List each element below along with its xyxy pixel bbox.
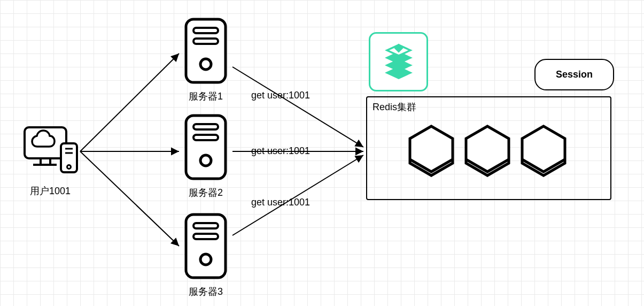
server-label-1: 服务器1	[184, 90, 227, 103]
svg-line-2	[80, 151, 179, 246]
svg-marker-27	[466, 126, 509, 175]
redis-nodes-icon	[367, 97, 610, 199]
redis-cluster-container: Redis集群	[366, 96, 611, 200]
session-box: Session	[534, 59, 614, 90]
user-label: 用户1001	[24, 185, 77, 197]
svg-line-5	[232, 155, 363, 235]
server-icon	[182, 16, 230, 86]
server-icon	[182, 112, 230, 182]
diagram-canvas: 用户1001 服务器1 服务器2 服务器3 get user:1001 get	[0, 0, 644, 306]
user-node	[21, 123, 80, 177]
svg-rect-10	[61, 143, 77, 172]
svg-marker-28	[522, 126, 565, 175]
server-icon	[182, 211, 230, 281]
server-node-3	[182, 211, 230, 281]
redis-logo-icon	[369, 32, 428, 91]
server-node-2	[182, 112, 230, 182]
edge-label-3: get user:1001	[251, 197, 310, 208]
server-node-1	[182, 16, 230, 86]
server-label-3: 服务器3	[184, 285, 227, 298]
svg-line-0	[80, 53, 179, 151]
edge-label-2: get user:1001	[251, 146, 310, 157]
session-label: Session	[556, 69, 593, 80]
svg-marker-26	[410, 126, 453, 175]
edge-label-1: get user:1001	[251, 90, 310, 101]
svg-line-3	[232, 67, 363, 147]
server-label-2: 服务器2	[184, 186, 227, 199]
user-device-icon	[21, 123, 80, 177]
